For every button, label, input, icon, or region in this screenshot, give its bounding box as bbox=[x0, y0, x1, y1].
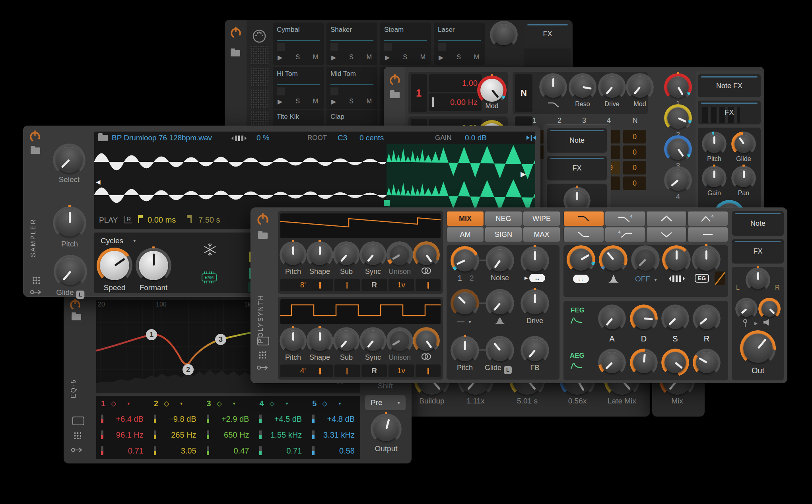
band-5-q[interactable]: 0.58 bbox=[307, 443, 360, 459]
mute-button[interactable]: M bbox=[367, 54, 372, 61]
env-slope-button[interactable] bbox=[715, 271, 725, 285]
osc2-sel-label[interactable]: 2 bbox=[470, 274, 474, 283]
note-fx-tab[interactable]: Note FX bbox=[698, 74, 761, 97]
pitch-knob[interactable] bbox=[56, 209, 83, 236]
mute-button[interactable]: M bbox=[420, 54, 425, 61]
reverse-toggle[interactable]: R bbox=[124, 216, 132, 223]
aeg-d-knob[interactable] bbox=[633, 352, 655, 373]
osc1-voices-field[interactable]: 1v bbox=[389, 279, 414, 291]
filter-env-knob[interactable] bbox=[489, 292, 511, 314]
power-icon[interactable] bbox=[256, 213, 269, 226]
filter-type-lp[interactable] bbox=[563, 211, 604, 226]
osc1-octave-field[interactable]: 8' bbox=[280, 279, 310, 291]
expand-display-icon[interactable] bbox=[72, 417, 84, 425]
routing-knob[interactable] bbox=[454, 292, 476, 314]
play-icon[interactable]: ▶ bbox=[278, 54, 282, 61]
band-3-freq[interactable]: 650 Hz bbox=[202, 427, 255, 443]
sample-folder-icon[interactable] bbox=[98, 135, 108, 141]
pad-grid[interactable] bbox=[250, 45, 268, 65]
pad-grid[interactable] bbox=[250, 67, 268, 87]
gain-knob[interactable] bbox=[705, 169, 723, 187]
osc1-retrig-field[interactable]: R bbox=[361, 279, 387, 291]
eg-badge[interactable]: EG bbox=[695, 274, 709, 283]
osc1-sel-label[interactable]: 1 bbox=[458, 274, 462, 283]
preset-folder-icon[interactable] bbox=[231, 50, 240, 56]
band-4-freq[interactable]: 1.55 kHz bbox=[254, 427, 307, 443]
drum-cell-hi-tom[interactable]: Hi Tom▶SM bbox=[273, 67, 324, 109]
loop-handle[interactable] bbox=[384, 200, 390, 206]
pre-post-dropdown[interactable]: Pre▾ bbox=[365, 395, 406, 410]
play-icon[interactable]: ▶ bbox=[331, 54, 336, 61]
osc2-width-field[interactable] bbox=[416, 364, 441, 377]
preset-folder-icon[interactable] bbox=[258, 233, 268, 239]
glide-knob[interactable] bbox=[489, 339, 511, 361]
ratio-value-field[interactable]: 1.00 bbox=[429, 74, 482, 92]
drive-knob[interactable] bbox=[601, 76, 623, 98]
gain-value[interactable]: 0.0 dB bbox=[465, 134, 487, 142]
drum-cell-laser[interactable]: Laser▶SM bbox=[434, 23, 485, 65]
band-2-header[interactable]: 2◇▾ bbox=[149, 396, 202, 411]
feg-d-knob[interactable] bbox=[633, 308, 655, 329]
route-select[interactable]: — ▾ bbox=[457, 317, 471, 326]
scroll-left-icon[interactable]: ◀ bbox=[96, 178, 101, 186]
pan-knob[interactable] bbox=[734, 169, 753, 187]
layer-3-knob[interactable] bbox=[667, 138, 689, 160]
osc2-wave-display[interactable] bbox=[280, 299, 441, 324]
band-type-dropdown[interactable]: ▾ bbox=[127, 401, 130, 406]
band-type-dropdown[interactable]: ▾ bbox=[180, 401, 183, 406]
reso-knob[interactable] bbox=[572, 76, 593, 98]
solo-button[interactable]: S bbox=[295, 54, 300, 61]
osc2-voices-field[interactable]: 1v bbox=[389, 364, 414, 377]
note-mode-button[interactable]: N bbox=[515, 74, 532, 112]
freq-value-field[interactable]: 0.00 Hz bbox=[429, 93, 482, 111]
osc-mix-knob[interactable] bbox=[454, 249, 476, 271]
osc2-unison-knob[interactable] bbox=[389, 330, 410, 351]
grid-cell[interactable]: 0 bbox=[623, 130, 646, 143]
drum-cell-shaker[interactable]: Shaker▶SM bbox=[326, 23, 377, 65]
mix-mode-neg[interactable]: NEG bbox=[485, 211, 522, 226]
bell-icon[interactable]: ◇ bbox=[111, 399, 116, 408]
band-1-gain[interactable]: +6.4 dB bbox=[96, 411, 149, 427]
band-3-gain[interactable]: +2.9 dB bbox=[202, 411, 255, 427]
osc1-width-field[interactable] bbox=[416, 279, 441, 291]
route-width-knob[interactable] bbox=[524, 249, 546, 271]
osc1-shape-knob[interactable] bbox=[309, 244, 330, 265]
width-route-pill[interactable]: ↔ bbox=[573, 275, 589, 283]
mix-mode-mix[interactable]: MIX bbox=[447, 211, 484, 226]
bell-icon[interactable]: ◇ bbox=[270, 399, 275, 408]
mix-mode-wipe[interactable]: WIPE bbox=[523, 211, 560, 226]
output-knob[interactable] bbox=[374, 417, 398, 441]
keytrack-knob[interactable] bbox=[665, 248, 688, 271]
band-4-header[interactable]: 4◇▾ bbox=[254, 396, 307, 411]
formant-knob[interactable] bbox=[139, 251, 168, 280]
waveform-display[interactable] bbox=[94, 144, 535, 213]
band-4-q[interactable]: 0.71 bbox=[254, 443, 307, 459]
drum-cell-steam[interactable]: Steam▶SM bbox=[380, 23, 431, 65]
eq-point-3[interactable]: 3 bbox=[215, 334, 226, 345]
eq-point-2[interactable]: 2 bbox=[183, 364, 194, 375]
power-icon[interactable] bbox=[230, 26, 242, 39]
filter-type-bp4[interactable]: 4 bbox=[688, 211, 728, 226]
osc1-unison-knob[interactable] bbox=[389, 244, 410, 265]
grid-cell[interactable]: 0 bbox=[623, 145, 646, 159]
sample-slot[interactable] bbox=[330, 43, 338, 51]
env-amount-knob[interactable] bbox=[695, 248, 717, 271]
feg-label[interactable]: FEG bbox=[571, 306, 585, 314]
preset-folder-icon[interactable] bbox=[72, 314, 81, 320]
play-icon[interactable]: ▶ bbox=[331, 98, 336, 105]
end-flag-icon[interactable] bbox=[190, 215, 192, 223]
filter-cutoff-knob[interactable] bbox=[542, 76, 564, 98]
drum-fx-tab[interactable]: FX bbox=[524, 22, 571, 45]
bell-icon[interactable]: ◇ bbox=[217, 399, 222, 408]
solo-button[interactable]: S bbox=[349, 54, 354, 61]
band-2-freq[interactable]: 265 Hz bbox=[149, 427, 202, 443]
sample-slot[interactable] bbox=[277, 87, 285, 95]
note-chain-tab[interactable]: Note bbox=[547, 128, 607, 153]
band-3-header[interactable]: 3◇▾ bbox=[202, 396, 255, 411]
aeg-r-knob[interactable] bbox=[696, 352, 717, 373]
band-2-gain[interactable]: −9.8 dB bbox=[149, 411, 202, 427]
osc2-shape-knob[interactable] bbox=[309, 330, 330, 351]
mix-mode-max[interactable]: MAX bbox=[523, 227, 560, 242]
velocity-knob[interactable] bbox=[738, 301, 754, 317]
osc1-shape-field[interactable] bbox=[307, 279, 333, 291]
